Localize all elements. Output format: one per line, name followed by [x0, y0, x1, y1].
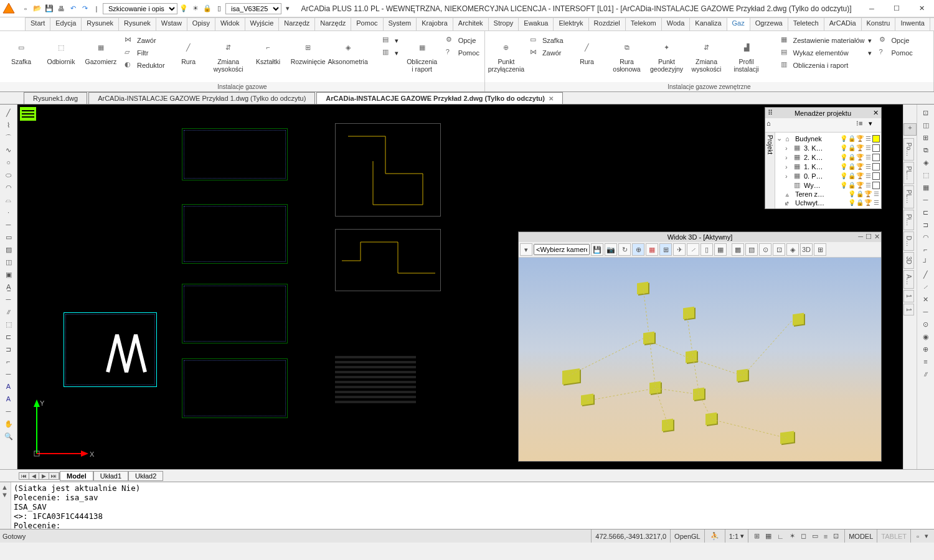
- ribbon-tab-ogrzewa[interactable]: Ogrzewa: [750, 17, 788, 30]
- qat-print-icon[interactable]: 🖶: [55, 3, 67, 14]
- ribbon-tab-opisy[interactable]: Opisy: [187, 17, 215, 30]
- status-dwg-icon[interactable]: ⊡: [831, 532, 841, 540]
- rtool-15-icon[interactable]: ✕: [918, 294, 933, 305]
- split1-button[interactable]: ▤▾: [381, 35, 400, 46]
- rozwiniecie-button[interactable]: ⊞Rozwinięcie: [291, 35, 326, 66]
- aksonometria-button[interactable]: ◈Aksonometria: [331, 35, 366, 66]
- filtr-button[interactable]: ▱Filtr: [123, 47, 166, 58]
- panel-close-icon[interactable]: ✕: [873, 109, 879, 117]
- qat-new-icon[interactable]: ▫: [20, 3, 31, 14]
- status-extra1-icon[interactable]: ▫: [915, 533, 921, 540]
- cmd-down-icon[interactable]: ▼: [1, 491, 9, 498]
- document-dropdown[interactable]: isa_V63E25D: [225, 3, 281, 14]
- rtool-9-icon[interactable]: ⊐: [918, 219, 933, 230]
- side-panel-tab[interactable]: 1: [903, 304, 914, 316]
- tree-row[interactable]: ›▦1. K…💡🔒🏆☰: [776, 162, 880, 171]
- rtool-11-icon[interactable]: ⌐: [918, 244, 933, 255]
- status-otrack-icon[interactable]: ▭: [810, 532, 820, 540]
- ribbon-tab-narzędz[interactable]: Narzędz: [314, 17, 351, 30]
- v3d-plane-icon[interactable]: ✈: [673, 243, 686, 256]
- document-tab[interactable]: Rysunek1.dwg: [24, 92, 87, 104]
- tree-row[interactable]: ›▦2. K…💡🔒🏆☰: [776, 152, 880, 162]
- camera-select[interactable]: [534, 244, 590, 255]
- profil-button[interactable]: ▟Profil instalacji: [729, 35, 764, 73]
- window-minimize-button[interactable]: ─: [859, 0, 884, 17]
- pomoc1-button[interactable]: ?Pomoc: [445, 47, 481, 58]
- szafka2-button[interactable]: ▭Szafka: [529, 35, 565, 46]
- window-maximize-button[interactable]: ☐: [884, 0, 909, 17]
- pm-settings-icon[interactable]: ⁝≡: [856, 119, 867, 131]
- rtool-6-icon[interactable]: ⬚: [918, 169, 933, 180]
- ribbon-tab-system[interactable]: System: [383, 17, 417, 30]
- ribbon-tab-woda[interactable]: Woda: [661, 17, 691, 30]
- ribbon-tab-pomoc[interactable]: Pomoc: [351, 17, 383, 30]
- rtool-7-icon[interactable]: ▦: [918, 182, 933, 193]
- tool-rect-icon[interactable]: ▭: [1, 231, 16, 243]
- nav-next-icon[interactable]: ▶: [39, 473, 49, 479]
- status-person-icon[interactable]: ⛹: [709, 532, 721, 540]
- view3d-max-icon[interactable]: ☐: [866, 233, 872, 241]
- tool-mtext-icon[interactable]: A: [1, 381, 16, 392]
- rtool-3-icon[interactable]: ⊞: [918, 132, 933, 143]
- ribbon-tab-inwenta[interactable]: Inwenta: [895, 17, 930, 30]
- odbiornik-button[interactable]: ⬚Odbiornik: [44, 35, 78, 66]
- punkt-przylaczenia-button[interactable]: ⊕Punkt przyłączenia: [489, 35, 524, 73]
- status-snap-icon[interactable]: ⊞: [752, 532, 762, 540]
- v3d-target-icon[interactable]: ⊕: [632, 243, 644, 256]
- opcje2-button[interactable]: ⚙Opcje: [878, 35, 914, 46]
- tool-dtext-icon[interactable]: A: [1, 393, 16, 404]
- tree-row[interactable]: ›▦0. P…💡🔒🏆☰: [776, 171, 880, 180]
- side-panel-tab[interactable]: D…: [903, 231, 914, 251]
- ribbon-tab-elektryk[interactable]: Elektryk: [553, 17, 588, 30]
- tool-circle-icon[interactable]: ○: [1, 157, 16, 168]
- tool-spline-icon[interactable]: ∿: [1, 144, 16, 156]
- rtool-12-icon[interactable]: ┘: [918, 256, 933, 268]
- document-tab[interactable]: ArCADia-INSTALACJE GAZOWE Przykład 2.dwg…: [316, 92, 563, 104]
- ribbon-tab-rysunek[interactable]: Rysunek: [81, 17, 119, 30]
- tool-block-icon[interactable]: ⬚: [1, 319, 16, 330]
- status-extra2-icon[interactable]: ▾: [923, 532, 930, 540]
- side-panel-tab[interactable]: PL…: [903, 162, 914, 184]
- view3d-min-icon[interactable]: ─: [858, 233, 863, 241]
- rtool-19-icon[interactable]: ≡: [918, 356, 933, 367]
- status-polar-icon[interactable]: ✶: [788, 532, 797, 540]
- rtool-17-icon[interactable]: ◉: [918, 331, 933, 342]
- tool-zoom-icon[interactable]: 🔍: [1, 431, 16, 442]
- status-osnap-icon[interactable]: ◻: [799, 532, 808, 540]
- rtool-1-icon[interactable]: ⊡: [918, 107, 933, 118]
- ribbon-tab-kanaliza[interactable]: Kanaliza: [689, 17, 727, 30]
- project-manager-panel[interactable]: ⠿ Menadżer projektu ✕ ⌂ ⁝≡ ▾ Projekt ⌄⌂B…: [765, 107, 882, 209]
- v3d-mode7-icon[interactable]: ⊞: [814, 243, 826, 256]
- view3d-canvas[interactable]: [519, 258, 881, 461]
- status-grid-icon[interactable]: ▦: [763, 532, 773, 540]
- gazomierz-button[interactable]: ▦Gazomierz: [83, 35, 118, 66]
- rtool-8-icon[interactable]: ⊏: [918, 207, 933, 218]
- rtool-14-icon[interactable]: ⟋: [918, 281, 933, 292]
- pm-filter-icon[interactable]: ▾: [869, 119, 880, 131]
- ribbon-tab-konstru[interactable]: Konstru: [861, 17, 896, 30]
- viewport-menu-icon[interactable]: [20, 107, 36, 121]
- tool-curve-icon[interactable]: ⌓: [1, 194, 16, 205]
- status-lwt-icon[interactable]: ≡: [822, 533, 829, 540]
- rtool-10-icon[interactable]: ◠: [918, 231, 933, 243]
- opcje1-button[interactable]: ⚙Opcje: [445, 35, 481, 46]
- tool-text-icon[interactable]: A̲: [1, 281, 16, 292]
- ribbon-tab-pioruno[interactable]: Pioruno: [930, 17, 934, 30]
- zawor2-button[interactable]: ⋈Zawór: [529, 47, 565, 58]
- v3d-mode2-icon[interactable]: ▧: [745, 243, 758, 256]
- tree-row[interactable]: ›▦3. K…💡🔒🏆☰: [776, 143, 880, 152]
- obliczenia2-button[interactable]: ▥Obliczenia i raport: [780, 60, 873, 71]
- layout-tab-model[interactable]: Model: [60, 471, 93, 481]
- ribbon-tab-architek[interactable]: Architek: [453, 17, 489, 30]
- split2-button[interactable]: ▥▾: [381, 47, 400, 58]
- ribbon-tab-telekom[interactable]: Telekom: [625, 17, 662, 30]
- zmiana-button[interactable]: ⇵Zmiana wysokości: [211, 35, 246, 73]
- workspace-dropdown[interactable]: Szkicowanie i opisy: [103, 3, 177, 14]
- v3d-save-icon[interactable]: 💾: [591, 243, 603, 256]
- v3d-room-icon[interactable]: ⊞: [659, 243, 672, 256]
- document-tab[interactable]: ArCADia-INSTALACJE GAZOWE Przykład 1.dwg…: [88, 92, 315, 104]
- layout-tab-układ1[interactable]: Układ1: [93, 471, 128, 481]
- tool-line-icon[interactable]: ╱: [1, 107, 16, 118]
- zmiana2-button[interactable]: ⇵Zmiana wysokości: [689, 35, 724, 73]
- v3d-measure-icon[interactable]: ⟋: [687, 243, 699, 256]
